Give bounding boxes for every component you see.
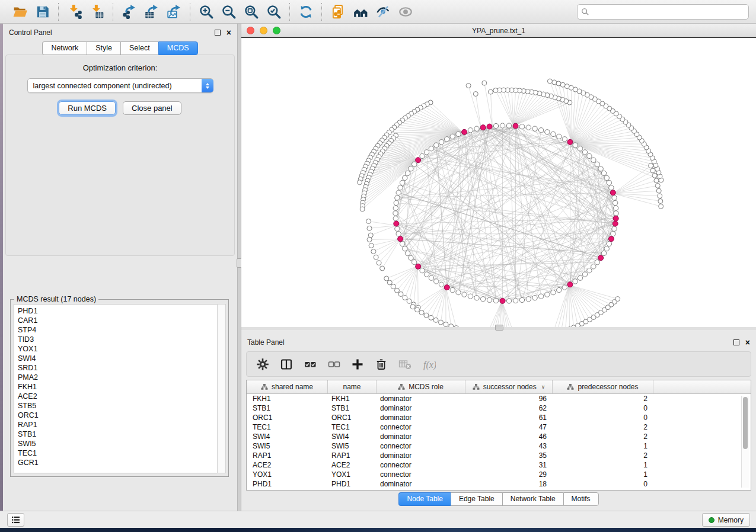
- table-cell[interactable]: 0: [553, 404, 653, 412]
- run-mcds-button[interactable]: Run MCDS: [59, 101, 116, 115]
- delete-selected-icon[interactable]: [374, 357, 389, 372]
- table-cell[interactable]: 1: [553, 461, 653, 469]
- tab-edge-table[interactable]: Edge Table: [451, 492, 502, 506]
- table-cell[interactable]: ORC1: [328, 414, 377, 422]
- table-cell[interactable]: PHD1: [247, 480, 328, 488]
- table-cell[interactable]: YOX1: [247, 470, 328, 479]
- table-cell[interactable]: 61: [465, 414, 553, 422]
- mcds-result-node[interactable]: ACE2: [18, 392, 217, 401]
- mcds-result-node[interactable]: YOX1: [18, 344, 217, 354]
- zoom-selected-icon[interactable]: [264, 3, 283, 21]
- tab-style[interactable]: Style: [87, 41, 120, 55]
- table-cell[interactable]: YOX1: [328, 470, 377, 479]
- close-table-panel-icon[interactable]: ×: [745, 339, 750, 345]
- toggle-columns-icon[interactable]: [279, 357, 294, 372]
- mcds-result-node[interactable]: SWI4: [18, 354, 217, 363]
- mcds-result-node[interactable]: FKH1: [18, 382, 217, 392]
- table-row[interactable]: SWI5SWI5connector431: [247, 441, 751, 451]
- table-cell[interactable]: connector: [377, 442, 465, 450]
- zoom-out-icon[interactable]: [219, 3, 238, 21]
- memory-button[interactable]: Memory: [702, 513, 750, 527]
- result-list-scrollbar[interactable]: [217, 304, 226, 473]
- table-cell[interactable]: 0: [553, 480, 653, 488]
- table-cell[interactable]: SWI4: [328, 432, 377, 441]
- table-cell[interactable]: PHD1: [328, 480, 377, 488]
- task-history-button[interactable]: [7, 513, 24, 527]
- table-cell[interactable]: dominator: [377, 414, 465, 422]
- table-cell[interactable]: FKH1: [247, 395, 328, 403]
- table-cell[interactable]: 2: [553, 423, 653, 431]
- export-table-icon[interactable]: [142, 3, 161, 21]
- column-header-predecessor-nodes[interactable]: predecessor nodes: [553, 380, 653, 393]
- table-cell[interactable]: 46: [465, 432, 553, 441]
- table-cell[interactable]: 31: [465, 461, 553, 469]
- mcds-result-node[interactable]: PMA2: [18, 373, 217, 382]
- network-canvas[interactable]: [241, 37, 756, 327]
- close-panel-button[interactable]: Close panel: [123, 101, 181, 115]
- column-header-name[interactable]: name: [328, 380, 377, 393]
- search-input[interactable]: [592, 7, 745, 17]
- import-table-icon[interactable]: [88, 3, 107, 21]
- tab-select[interactable]: Select: [120, 41, 158, 55]
- mcds-result-node[interactable]: CAR1: [18, 316, 217, 325]
- table-row[interactable]: YOX1YOX1connector291: [247, 470, 751, 479]
- tab-network[interactable]: Network: [42, 41, 87, 55]
- column-header-successor-nodes[interactable]: successor nodes∨: [465, 380, 553, 393]
- mcds-result-list[interactable]: PHD1CAR1STP4TID3YOX1SWI4SRD1PMA2FKH1ACE2…: [14, 304, 218, 473]
- mcds-result-node[interactable]: PHD1: [18, 306, 217, 316]
- table-cell[interactable]: RAP1: [328, 451, 377, 460]
- table-row[interactable]: SWI4SWI4dominator462: [247, 432, 751, 441]
- table-cell[interactable]: 62: [465, 404, 553, 412]
- table-row[interactable]: RAP1RAP1dominator352: [247, 451, 751, 460]
- table-cell[interactable]: connector: [377, 470, 465, 479]
- table-cell[interactable]: ACE2: [247, 461, 328, 469]
- table-cell[interactable]: SWI5: [328, 442, 377, 450]
- mcds-result-node[interactable]: ORC1: [18, 411, 217, 420]
- table-cell[interactable]: TEC1: [328, 423, 377, 431]
- zoom-in-icon[interactable]: [197, 3, 216, 21]
- mcds-result-node[interactable]: SWI5: [18, 439, 217, 448]
- open-session-icon[interactable]: [11, 3, 30, 21]
- column-header-shared-name[interactable]: shared name: [247, 380, 328, 393]
- table-cell[interactable]: SWI4: [247, 432, 328, 441]
- mcds-result-node[interactable]: STP4: [18, 325, 217, 335]
- table-cell[interactable]: dominator: [377, 404, 465, 412]
- import-network-icon[interactable]: [65, 3, 84, 21]
- export-image-icon[interactable]: [165, 3, 184, 21]
- network-bottom-splitter[interactable]: [241, 327, 756, 330]
- table-cell[interactable]: FKH1: [328, 395, 377, 403]
- table-cell[interactable]: ORC1: [247, 414, 328, 422]
- add-column-icon[interactable]: [350, 357, 365, 372]
- table-scrollbar[interactable]: [741, 396, 749, 488]
- table-cell[interactable]: connector: [377, 423, 465, 431]
- table-cell[interactable]: ACE2: [328, 461, 377, 469]
- table-row[interactable]: PHD1PHD1dominator180: [247, 479, 751, 489]
- search-field[interactable]: [577, 4, 749, 20]
- table-scrollbar-thumb[interactable]: [743, 397, 748, 449]
- float-panel-icon[interactable]: [215, 30, 221, 36]
- mcds-result-node[interactable]: RAP1: [18, 420, 217, 430]
- tab-network-table[interactable]: Network Table: [502, 492, 563, 506]
- table-cell[interactable]: 29: [465, 470, 553, 479]
- table-row[interactable]: ACE2ACE2connector311: [247, 460, 751, 470]
- table-cell[interactable]: 1: [553, 442, 653, 450]
- tab-node-table[interactable]: Node Table: [398, 492, 451, 506]
- table-cell[interactable]: 2: [553, 451, 653, 460]
- table-settings-icon[interactable]: [255, 357, 270, 372]
- function-builder-icon[interactable]: f(x): [421, 357, 436, 372]
- table-row[interactable]: TEC1TEC1connector472: [247, 422, 751, 432]
- new-network-from-selection-icon[interactable]: [328, 3, 347, 21]
- hide-selected-icon[interactable]: [374, 3, 393, 21]
- table-cell[interactable]: STB1: [247, 404, 328, 412]
- mcds-result-node[interactable]: TID3: [18, 335, 217, 344]
- table-cell[interactable]: STB1: [328, 404, 377, 412]
- table-cell[interactable]: dominator: [377, 432, 465, 441]
- vertical-splitter[interactable]: [237, 24, 241, 511]
- table-row[interactable]: FKH1FKH1dominator962: [247, 394, 751, 403]
- first-neighbors-icon[interactable]: [351, 3, 370, 21]
- show-hidden-icon[interactable]: [396, 3, 415, 21]
- close-panel-icon[interactable]: ×: [227, 30, 231, 36]
- zoom-fit-icon[interactable]: [242, 3, 261, 21]
- table-cell[interactable]: 43: [465, 442, 553, 450]
- table-cell[interactable]: connector: [377, 461, 465, 469]
